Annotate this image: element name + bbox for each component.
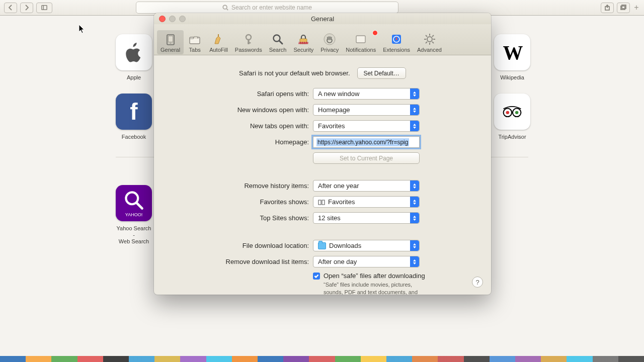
share-button[interactable]	[601, 3, 614, 13]
tab-label: Advanced	[417, 47, 442, 53]
select-value: Homepage	[318, 106, 350, 114]
tab-security[interactable]: Security	[290, 30, 317, 54]
favorite-yahoo[interactable]: YAHOO! Yahoo Search - Web Search	[116, 185, 152, 245]
tabs-button[interactable]	[617, 3, 630, 13]
topsites-label: Top Sites shows:	[168, 214, 309, 222]
tab-label: Search	[269, 47, 287, 53]
open-safe-files-checkbox[interactable]	[313, 273, 320, 280]
favorite-label: Wikipedia	[500, 74, 524, 81]
address-bar[interactable]: Search or enter website name	[136, 2, 398, 14]
new-windows-select[interactable]: Homepage	[313, 104, 420, 116]
favorite-apple[interactable]: Apple	[116, 34, 152, 81]
select-value: After one year	[318, 182, 359, 190]
svg-line-37	[432, 42, 434, 43]
titlebar[interactable]: General	[154, 13, 491, 24]
tab-label: Tabs	[189, 47, 201, 53]
svg-point-18	[246, 35, 251, 40]
opens-with-label: Safari opens with:	[168, 90, 309, 98]
select-value: 12 sites	[318, 214, 341, 222]
favorite-label: Facebook	[122, 134, 146, 140]
tab-privacy[interactable]: Privacy	[317, 30, 342, 54]
general-icon	[163, 32, 178, 46]
tab-search[interactable]: Search	[266, 30, 290, 54]
hand-icon	[322, 32, 337, 46]
tab-general[interactable]: General	[157, 30, 184, 54]
forward-button[interactable]	[20, 3, 33, 13]
tab-autofill[interactable]: AutoFill	[206, 30, 231, 54]
tab-label: AutoFill	[209, 47, 228, 53]
tab-label: General	[160, 47, 180, 53]
select-value: Downloads	[329, 242, 361, 249]
chevron-updown-icon	[410, 197, 419, 207]
tab-passwords[interactable]: Passwords	[231, 30, 266, 54]
remove-history-select[interactable]: After one year	[313, 180, 420, 192]
search-icon	[222, 5, 228, 11]
window-title: General	[154, 15, 491, 23]
tab-notifications[interactable]: Notifications	[342, 30, 379, 54]
lock-icon	[296, 32, 311, 46]
svg-line-9	[137, 203, 142, 209]
topsites-select[interactable]: 12 sites	[313, 212, 420, 224]
apple-logo-icon	[123, 41, 145, 63]
address-placeholder: Search or enter website name	[231, 4, 312, 11]
safe-files-hint: “Safe” files include movies, pictures, s…	[324, 281, 425, 295]
select-value: After one day	[318, 258, 357, 265]
notifications-icon	[353, 32, 368, 46]
tab-label: Extensions	[383, 47, 410, 53]
favorite-tripadvisor[interactable]: TripAdvisor	[494, 94, 530, 140]
preferences-toolbar: General Tabs AutoFill Passwords Search S…	[154, 24, 491, 55]
svg-rect-19	[248, 39, 249, 44]
search-icon	[270, 32, 285, 46]
chevron-updown-icon	[410, 105, 419, 115]
chevron-updown-icon	[410, 88, 419, 99]
tab-label: Privacy	[320, 47, 339, 53]
download-location-label: File download location:	[168, 242, 309, 249]
folder-icon	[318, 242, 326, 249]
svg-point-13	[515, 111, 518, 114]
tab-tabs[interactable]: Tabs	[184, 30, 206, 54]
tab-label: Notifications	[346, 47, 376, 53]
svg-point-2	[223, 5, 227, 9]
svg-point-16	[170, 43, 171, 44]
new-tab-button[interactable]: +	[633, 3, 640, 12]
new-tabs-select[interactable]: Favorites	[313, 120, 420, 132]
remove-history-label: Remove history items:	[168, 182, 309, 190]
homepage-value: https://search.yahoo.com/?fr=spig	[316, 138, 409, 146]
svg-line-39	[432, 35, 434, 37]
homepage-field[interactable]: https://search.yahoo.com/?fr=spig	[313, 136, 420, 148]
help-button[interactable]: ?	[472, 277, 483, 288]
svg-rect-20	[248, 42, 251, 43]
svg-rect-0	[42, 6, 47, 10]
wikipedia-logo-icon: W	[494, 34, 530, 70]
opens-with-select[interactable]: A new window	[313, 88, 420, 100]
gear-icon	[422, 32, 437, 46]
homepage-label: Homepage:	[168, 138, 309, 146]
new-windows-label: New windows open with:	[168, 106, 309, 114]
extensions-icon	[389, 32, 404, 46]
chevron-updown-icon	[410, 213, 419, 223]
dock[interactable]	[0, 356, 644, 362]
remove-downloads-select[interactable]: After one day	[313, 256, 420, 267]
set-default-button[interactable]: Set Default…	[357, 67, 406, 79]
favorite-wikipedia[interactable]: W Wikipedia	[494, 34, 530, 81]
select-value: Favorites	[318, 122, 345, 130]
back-button[interactable]	[4, 3, 17, 13]
favorites-shows-select[interactable]: Favorites	[313, 196, 420, 208]
preferences-body: Safari is not your default web browser. …	[154, 55, 491, 295]
remove-downloads-label: Remove download list items:	[168, 258, 309, 265]
book-icon	[318, 199, 325, 205]
svg-rect-27	[356, 36, 365, 43]
set-to-current-page-button[interactable]: Set to Current Page	[313, 152, 420, 164]
select-value: A new window	[318, 90, 359, 98]
favorite-label: TripAdvisor	[498, 134, 526, 140]
tab-extensions[interactable]: Extensions	[379, 30, 414, 54]
select-value: Favorites	[328, 198, 355, 206]
svg-line-38	[426, 42, 427, 43]
sidebar-button[interactable]	[36, 3, 52, 13]
chevron-updown-icon	[410, 180, 419, 191]
facebook-logo-icon: f	[130, 98, 137, 125]
default-browser-message: Safari is not your default web browser.	[239, 69, 350, 77]
tab-advanced[interactable]: Advanced	[414, 30, 445, 54]
download-location-select[interactable]: Downloads	[313, 240, 420, 251]
favorite-facebook[interactable]: f Facebook	[116, 94, 152, 140]
